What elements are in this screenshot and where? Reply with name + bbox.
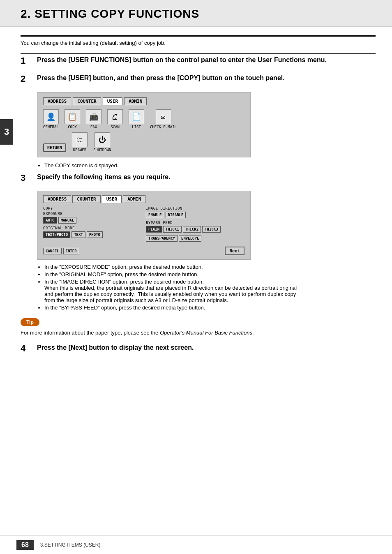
- cancel-btn[interactable]: CANCEL: [43, 248, 62, 254]
- divider-line: [21, 53, 376, 54]
- tip-label: Tip: [21, 318, 39, 326]
- original-text-btn[interactable]: TEXT: [71, 231, 85, 238]
- image-disable-btn[interactable]: DISABLE: [166, 212, 186, 218]
- step-3: 3 Specify the following items as you req…: [21, 173, 376, 183]
- step-2-number: 2: [21, 74, 34, 84]
- return-button[interactable]: RETURN: [43, 143, 66, 152]
- shutdown-icon: ⏻: [95, 132, 110, 147]
- copy-section-label: COPY: [43, 206, 142, 210]
- copy-icon: 📋: [65, 109, 80, 124]
- ui-bottom-row: RETURN 🗂 DRAWER ⏻ SHUTDOWN: [43, 132, 244, 152]
- general-label: GENERAL: [43, 125, 59, 129]
- bypass-feed-row2: TRANSPARENCY ENVELOPE: [146, 235, 244, 242]
- tip-text: For more information about the paper typ…: [21, 330, 376, 336]
- icon-drawer: 🗂 DRAWER: [72, 132, 88, 152]
- step-1-number: 1: [21, 55, 34, 66]
- image-direction-btn-row: ENABLE DISABLE: [146, 212, 244, 218]
- page-footer: 68 3.SETTING ITEMS (USER): [0, 536, 392, 554]
- image-direction-label: IMAGE DIRECTION: [146, 206, 244, 210]
- copy-bottom-btns: CANCEL ENTER: [43, 248, 79, 254]
- original-text-photo-btn[interactable]: TEXT/PHOTO: [43, 231, 70, 238]
- step3-bullet-4: In the "BYPASS FEED" option, press the d…: [44, 305, 376, 311]
- list-icon: 📄: [129, 109, 144, 124]
- step-4: 4 Press the [Next] button to display the…: [21, 343, 376, 354]
- icon-general: 👤 GENERAL: [43, 109, 59, 129]
- icon-fax: 📠 FAX: [86, 109, 101, 129]
- copy-ui-tabs: ADDRESS COUNTER USER ADMIN: [43, 195, 244, 203]
- copy-ui-body: COPY EXPOSURE AUTO MANUAL ORIGINAL MODE …: [43, 206, 244, 244]
- intro-rule: [21, 35, 376, 37]
- step-1-text: Press the [USER FUNCTIONS] button on the…: [37, 55, 327, 65]
- step3-bullet-3: In the "IMAGE DIRECTION" option, press t…: [44, 279, 376, 303]
- screen1-bullets: The COPY screen is displayed.: [37, 162, 376, 169]
- image-enable-btn[interactable]: ENABLE: [146, 212, 164, 218]
- icon-shutdown: ⏻ SHUTDOWN: [93, 132, 111, 152]
- original-mode-label: ORIGINAL MODE: [43, 226, 142, 230]
- step-4-number: 4: [21, 343, 34, 354]
- page-title: 2. SETTING COPY FUNCTIONS: [21, 7, 376, 21]
- tip-text-before: For more information about the paper typ…: [21, 330, 160, 336]
- copy-label: COPY: [68, 125, 77, 129]
- chapter-tab: 3: [0, 119, 13, 145]
- exposure-auto-btn[interactable]: AUTO: [43, 217, 57, 224]
- general-icon: 👤: [43, 109, 59, 124]
- step3-bullets: In the "EXPOSURE MODE" option, press the…: [37, 264, 376, 311]
- step-4-text: Press the [Next] button to display the n…: [37, 343, 194, 352]
- ui-tabs-1: ADDRESS COUNTER USER ADMIN: [43, 97, 244, 105]
- copy-tab-admin[interactable]: ADMIN: [123, 195, 145, 203]
- copy-bottom-row: CANCEL ENTER Next: [43, 247, 244, 255]
- drawer-icon: 🗂: [72, 132, 88, 147]
- step3-bullet-2: In the "ORIGINAL MODE" option, press the…: [44, 271, 376, 277]
- step3-bullet-1: In the "EXPOSURE MODE" option, press the…: [44, 264, 376, 270]
- tip-manual-title: Operator's Manual For Basic Functions: [160, 330, 252, 336]
- bypass-envelope-btn[interactable]: ENVELOPE: [179, 235, 201, 242]
- step-3-number: 3: [21, 173, 34, 183]
- footer-section: 3.SETTING ITEMS (USER): [40, 542, 101, 548]
- bypass-feed-row1: PLAIN THICK1 THICK2 THICK3: [146, 226, 244, 233]
- copy-left-panel: COPY EXPOSURE AUTO MANUAL ORIGINAL MODE …: [43, 206, 142, 244]
- copy-tab-counter[interactable]: COUNTER: [72, 195, 100, 203]
- copy-right-panel: IMAGE DIRECTION ENABLE DISABLE BYPASS FE…: [146, 206, 244, 244]
- fax-label: FAX: [90, 125, 97, 129]
- tab-counter[interactable]: COUNTER: [73, 97, 101, 105]
- bypass-thick1-btn[interactable]: THICK1: [163, 226, 182, 233]
- check-email-icon: ✉: [156, 109, 171, 124]
- tab-admin[interactable]: ADMIN: [124, 97, 147, 105]
- icon-check-email: ✉ CHECK E-MAIL: [150, 109, 177, 129]
- scan-icon: 🖨: [107, 109, 123, 124]
- bypass-thick3-btn[interactable]: THICK3: [202, 226, 221, 233]
- original-photo-btn[interactable]: PHOTO: [87, 231, 103, 238]
- tab-address[interactable]: ADDRESS: [43, 97, 71, 105]
- ui-icons-row: 👤 GENERAL 📋 COPY 📠 FAX 🖨 SCAN 📄 LIST ✉: [43, 109, 244, 129]
- icon-copy: 📋 COPY: [65, 109, 80, 129]
- exposure-manual-btn[interactable]: MANUAL: [58, 217, 77, 224]
- step-1: 1 Press the [USER FUNCTIONS] button on t…: [21, 55, 376, 66]
- shutdown-label: SHUTDOWN: [93, 148, 111, 152]
- step-2: 2 Press the [USER] button, and then pres…: [21, 74, 376, 84]
- icon-scan: 🖨 SCAN: [107, 109, 123, 129]
- exposure-btn-row: AUTO MANUAL: [43, 217, 142, 224]
- tip-text-end: .: [252, 330, 254, 336]
- screenshot-2: ADDRESS COUNTER USER ADMIN COPY EXPOSURE…: [37, 191, 251, 260]
- main-content: You can change the initial setting (defa…: [0, 27, 392, 370]
- bypass-plain-btn[interactable]: PLAIN: [146, 226, 162, 233]
- page-header: 2. SETTING COPY FUNCTIONS: [0, 0, 392, 27]
- screen1-bullet-item: The COPY screen is displayed.: [44, 162, 376, 169]
- step-2-text: Press the [USER] button, and then press …: [37, 74, 285, 83]
- bypass-transparency-btn[interactable]: TRANSPARENCY: [146, 235, 178, 242]
- list-label: LIST: [132, 125, 141, 129]
- next-button[interactable]: Next: [225, 247, 244, 255]
- fax-icon: 📠: [86, 109, 101, 124]
- copy-tab-user[interactable]: USER: [102, 195, 122, 203]
- intro-text: You can change the initial setting (defa…: [21, 40, 376, 46]
- scan-label: SCAN: [111, 125, 120, 129]
- copy-tab-address[interactable]: ADDRESS: [43, 195, 71, 203]
- icon-list: 📄 LIST: [129, 109, 144, 129]
- bypass-feed-label: BYPASS FEED: [146, 221, 244, 225]
- bypass-thick2-btn[interactable]: THICK2: [183, 226, 201, 233]
- enter-btn[interactable]: ENTER: [63, 248, 79, 254]
- exposure-label: EXPOSURE: [43, 212, 142, 216]
- tab-user[interactable]: USER: [103, 97, 123, 105]
- screenshot-1: ADDRESS COUNTER USER ADMIN 👤 GENERAL 📋 C…: [37, 92, 251, 157]
- drawer-label: DRAWER: [73, 148, 87, 152]
